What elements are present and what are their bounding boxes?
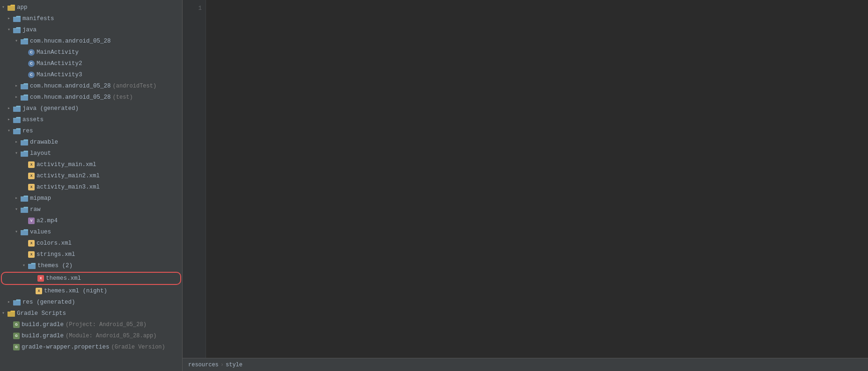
tree-item-com.hnucm.android_05_28[interactable]: com.hnucm.android_05_28 bbox=[0, 36, 182, 47]
tree-item-MainActivity3[interactable]: CMainActivity3 bbox=[0, 69, 182, 80]
tree-item-label: activity_main3.xml bbox=[37, 182, 100, 192]
tree-item-label: gradle-wrapper.properties bbox=[22, 342, 110, 352]
breadcrumb-part2: style bbox=[226, 362, 243, 368]
mp4-file-icon: V bbox=[28, 218, 35, 224]
tree-item-label: com.hnucm.android_05_28 bbox=[30, 36, 111, 46]
tree-item-label: activity_main.xml bbox=[37, 160, 96, 169]
tree-item-res-generated[interactable]: res (generated) bbox=[0, 297, 182, 308]
folder-yellow-icon bbox=[7, 310, 15, 317]
tree-item-label: build.gradle bbox=[22, 320, 64, 329]
tree-item-colors.xml[interactable]: Xcolors.xml bbox=[0, 238, 182, 249]
tree-item-com.hnucm.android_05_28-androidTest[interactable]: com.hnucm.android_05_28 (androidTest) bbox=[0, 80, 182, 92]
tree-item-label: res (generated) bbox=[22, 298, 75, 307]
tree-item-gradle-wrapper.properties[interactable]: Ggradle-wrapper.properties (Gradle Versi… bbox=[0, 342, 182, 353]
tree-item-java[interactable]: java bbox=[0, 24, 182, 36]
tree-arrow bbox=[15, 205, 21, 214]
tree-item-Gradle Scripts[interactable]: Gradle Scripts bbox=[0, 308, 182, 319]
tree-arrow bbox=[7, 115, 13, 124]
folder-blue-icon bbox=[21, 83, 28, 89]
tree-item-drawable[interactable]: drawable bbox=[0, 137, 182, 148]
folder-blue-icon bbox=[28, 262, 36, 269]
folder-blue-icon bbox=[13, 128, 21, 134]
editor-breadcrumb-bar: resources › style bbox=[183, 358, 868, 371]
xml-file-icon: X bbox=[28, 240, 35, 247]
tree-arrow bbox=[7, 14, 13, 23]
folder-blue-icon bbox=[21, 38, 28, 44]
tree-arrow bbox=[2, 3, 7, 12]
tree-item-secondary-label: (Module: Android_05_28.app) bbox=[66, 331, 156, 341]
tree-item-label: values bbox=[30, 227, 51, 237]
tree-item-java-generated[interactable]: java (generated) bbox=[0, 103, 182, 114]
tree-item-layout[interactable]: layout bbox=[0, 148, 182, 159]
folder-blue-icon bbox=[21, 139, 28, 145]
tree-arrow bbox=[15, 36, 21, 46]
code-editor[interactable] bbox=[206, 0, 868, 358]
line-numbers: 1 bbox=[183, 0, 206, 358]
tree-item-a2.mp4[interactable]: Va2.mp4 bbox=[0, 215, 182, 226]
xml-file-icon: X bbox=[28, 173, 35, 179]
folder-blue-icon bbox=[21, 229, 28, 235]
project-tree: appmanifestsjavacom.hnucm.android_05_28C… bbox=[0, 2, 182, 353]
breadcrumb-part1: resources bbox=[188, 362, 219, 368]
tree-item-strings.xml[interactable]: Xstrings.xml bbox=[0, 249, 182, 260]
tree-item-build.gradle-module[interactable]: Gbuild.gradle (Module: Android_05_28.app… bbox=[0, 330, 182, 342]
tree-arrow bbox=[15, 149, 21, 158]
tree-item-build.gradle-project[interactable]: Gbuild.gradle (Project: Android_05_28) bbox=[0, 319, 182, 330]
tree-item-themes-2[interactable]: themes (2) bbox=[0, 260, 182, 271]
tree-item-label: res bbox=[22, 126, 33, 136]
folder-blue-icon bbox=[21, 94, 28, 101]
tree-item-label: assets bbox=[22, 115, 44, 124]
xml-file-icon: X bbox=[28, 161, 35, 168]
tree-item-activity_main.xml[interactable]: Xactivity_main.xml bbox=[0, 159, 182, 170]
tree-arrow bbox=[7, 104, 13, 113]
folder-blue-icon bbox=[13, 105, 21, 112]
java-file-icon: C bbox=[28, 72, 35, 78]
tree-item-assets[interactable]: assets bbox=[0, 114, 182, 125]
tree-item-MainActivity2[interactable]: CMainActivity2 bbox=[0, 58, 182, 69]
editor-content: 1 bbox=[183, 0, 868, 358]
tree-item-secondary-label: (test) bbox=[113, 93, 133, 102]
tree-item-secondary-label: (Gradle Version) bbox=[111, 342, 165, 352]
tree-arrow bbox=[15, 81, 21, 91]
tree-item-mipmap[interactable]: mipmap bbox=[0, 193, 182, 204]
tree-item-com.hnucm.android_05_28-test[interactable]: com.hnucm.android_05_28 (test) bbox=[0, 92, 182, 103]
folder-blue-icon bbox=[13, 15, 21, 22]
breadcrumb-separator: › bbox=[221, 362, 224, 368]
tree-arrow bbox=[7, 126, 13, 136]
tree-item-label: com.hnucm.android_05_28 bbox=[30, 93, 111, 102]
tree-item-themes.xml-night[interactable]: Xthemes.xml (night) bbox=[0, 285, 182, 297]
java-file-icon: C bbox=[28, 49, 35, 56]
tree-item-values[interactable]: values bbox=[0, 226, 182, 238]
tree-item-secondary-label: (androidTest) bbox=[113, 81, 157, 91]
tree-item-label: a2.mp4 bbox=[37, 216, 58, 226]
tree-item-label: layout bbox=[30, 149, 51, 158]
xml-file-icon: X bbox=[36, 288, 42, 294]
tree-item-themes.xml[interactable]: Xthemes.xml bbox=[1, 272, 181, 285]
folder-blue-icon bbox=[13, 116, 21, 123]
tree-item-manifests[interactable]: manifests bbox=[0, 13, 182, 24]
tree-item-res[interactable]: res bbox=[0, 125, 182, 137]
tree-arrow bbox=[15, 194, 21, 203]
tree-arrow bbox=[22, 261, 28, 270]
tree-item-label: mipmap bbox=[30, 194, 51, 203]
file-tree-panel[interactable]: appmanifestsjavacom.hnucm.android_05_28C… bbox=[0, 0, 183, 371]
tree-item-label: com.hnucm.android_05_28 bbox=[30, 81, 111, 91]
tree-item-raw[interactable]: raw bbox=[0, 204, 182, 215]
tree-arrow bbox=[15, 227, 21, 237]
tree-item-activity_main3.xml[interactable]: Xactivity_main3.xml bbox=[0, 182, 182, 193]
tree-arrow bbox=[15, 93, 21, 102]
folder-blue-icon bbox=[13, 27, 21, 33]
tree-item-label: drawable bbox=[30, 138, 58, 147]
tree-item-label: activity_main2.xml bbox=[37, 171, 100, 181]
tree-item-label: Gradle Scripts bbox=[17, 309, 66, 318]
tree-item-label: themes (2) bbox=[37, 261, 73, 270]
tree-arrow bbox=[7, 25, 13, 35]
folder-blue-icon bbox=[21, 206, 28, 213]
folder-blue-icon bbox=[13, 299, 21, 306]
tree-item-MainActivity[interactable]: CMainActivity bbox=[0, 47, 182, 58]
tree-item-activity_main2.xml[interactable]: Xactivity_main2.xml bbox=[0, 170, 182, 182]
tree-item-label: MainActivity3 bbox=[37, 70, 82, 80]
tree-item-label: java (generated) bbox=[22, 104, 79, 113]
folder-yellow-icon bbox=[7, 4, 15, 11]
tree-item-app[interactable]: app bbox=[0, 2, 182, 13]
